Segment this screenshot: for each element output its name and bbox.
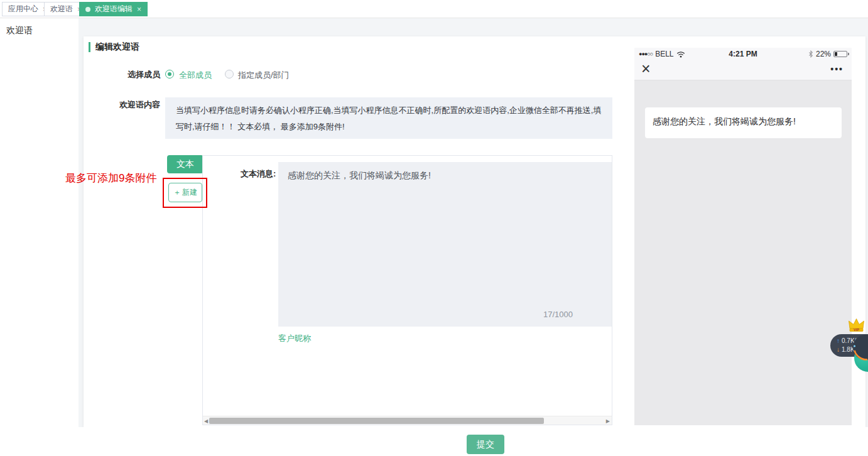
- close-icon: ×: [641, 60, 651, 78]
- section-accent-bar: [89, 42, 90, 52]
- tab-label: 欢迎语编辑: [95, 4, 133, 14]
- phone-chat-area: 感谢您的关注，我们将竭诚为您服务!: [634, 80, 852, 425]
- vip-label: VIP: [854, 328, 859, 332]
- status-right: 22%: [808, 50, 847, 58]
- screen: { "window": { "tabs": [ { "label": "应用中心…: [0, 0, 868, 456]
- customer-nickname-link[interactable]: 客户昵称: [278, 333, 311, 344]
- phone-nav-bar: × •••: [634, 60, 852, 80]
- horizontal-scrollbar[interactable]: ◀ ▶: [203, 416, 612, 425]
- message-label: 文本消息:: [241, 168, 276, 180]
- submit-button[interactable]: 提交: [467, 435, 504, 454]
- battery-percent-label: 22%: [816, 50, 831, 58]
- tab-bar: 应用中心 × 欢迎语 × 欢迎语编辑 ×: [0, 0, 868, 18]
- scroll-left-icon[interactable]: ◀: [204, 418, 208, 425]
- radio-all-members-label[interactable]: 全部成员: [179, 70, 212, 81]
- widget-progress-ring[interactable]: [852, 334, 868, 361]
- phone-status-bar: ●●●○○ BELL 4:21 PM 22%: [634, 48, 852, 60]
- add-attachment-label: 新建: [182, 187, 197, 198]
- vip-crown-icon: VIP: [848, 318, 865, 334]
- notice-box: 当填写小程序信息时请务必确认小程序正确,当填写小程序信息不正确时,所配置的欢迎语…: [165, 97, 612, 139]
- phone-preview: ●●●○○ BELL 4:21 PM 22% × ••• 感谢您的关注，我们将竭…: [634, 48, 852, 425]
- section-title: 编辑欢迎语: [95, 41, 139, 53]
- tab-close-icon[interactable]: ×: [137, 6, 141, 13]
- more-icon: •••: [830, 64, 844, 74]
- annotation-text: 最多可添加9条附件: [65, 171, 156, 185]
- sidebar: 欢迎语: [0, 18, 79, 456]
- tab-welcome-edit-active[interactable]: 欢迎语编辑 ×: [79, 2, 148, 16]
- tab-label: 应用中心: [8, 4, 38, 14]
- scrollbar-thumb[interactable]: [209, 418, 544, 424]
- battery-icon: [833, 51, 847, 57]
- scroll-right-icon[interactable]: ▶: [606, 418, 610, 425]
- footer-bar: 提交: [0, 427, 868, 456]
- download-arrow-icon: ↓: [837, 346, 840, 353]
- radio-specific-members[interactable]: [225, 70, 234, 79]
- content-label: 欢迎语内容: [91, 99, 160, 111]
- radio-specific-members-label[interactable]: 指定成员/部门: [238, 70, 290, 81]
- welcome-message-bubble: 感谢您的关注，我们将竭诚为您服务!: [645, 107, 842, 138]
- add-attachment-button[interactable]: ＋ 新建: [168, 183, 202, 202]
- sidebar-item-welcome[interactable]: 欢迎语: [0, 18, 79, 36]
- tab-label: 欢迎语: [50, 4, 73, 14]
- message-textarea[interactable]: 感谢您的关注，我们将竭诚为您服务! 17/1000: [278, 162, 612, 327]
- upload-arrow-icon: ↑: [837, 337, 840, 344]
- message-editor-panel: 文本消息: 感谢您的关注，我们将竭诚为您服务! 17/1000 客户昵称 ◀ ▶: [202, 155, 612, 425]
- char-counter: 17/1000: [543, 310, 573, 319]
- active-dot-icon: [85, 7, 90, 12]
- plus-icon: ＋: [173, 187, 181, 198]
- member-label: 选择成员: [91, 69, 160, 80]
- radio-all-members[interactable]: [165, 70, 174, 79]
- bluetooth-icon: [808, 50, 813, 58]
- message-text-value: 感谢您的关注，我们将竭诚为您服务!: [288, 168, 602, 182]
- text-type-tab[interactable]: 文本: [167, 155, 203, 173]
